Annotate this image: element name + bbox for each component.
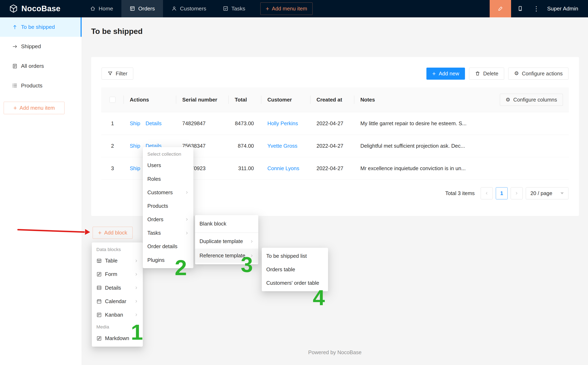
page-number-button[interactable]: 1 [496, 187, 508, 199]
filter-button[interactable]: Filter [101, 68, 133, 80]
menu-item-label: Customers' order table [266, 280, 319, 286]
menu-item-label: Table [105, 258, 117, 264]
pagination: Total 3 items 1 20 / page [445, 187, 568, 199]
add-menu-item-button[interactable]: + Add menu item [260, 2, 313, 15]
toolbar-right: + Add new Delete ⚙ Configure actions [426, 68, 568, 80]
customer-link[interactable]: Yvette Gross [267, 143, 297, 149]
calendar-icon [96, 299, 102, 304]
customer-link[interactable]: Holly Perkins [267, 120, 298, 126]
gear-icon: ⚙ [506, 97, 510, 103]
menu-item-label: Details [105, 285, 121, 291]
menu-item-label: Orders table [266, 267, 295, 273]
menu-item-label: Markdown [105, 335, 129, 341]
menu-item-orders[interactable]: Orders [143, 213, 193, 226]
more-menu-icon[interactable]: ⋮ [529, 0, 543, 17]
sidebar-item-products[interactable]: Products [0, 76, 82, 95]
menu-item-tasks[interactable]: Tasks [143, 226, 193, 240]
sidebar-item-to-be-shipped[interactable]: To be shipped [0, 17, 82, 37]
annotation-step-3: 3 [241, 254, 253, 275]
tasks-icon [223, 6, 229, 11]
user-menu[interactable]: Super Admin [543, 6, 588, 12]
menu-item-duplicate-template[interactable]: Duplicate template [195, 234, 258, 249]
menu-item-kanban[interactable]: Kanban [92, 308, 143, 322]
total-cell: 874.00 [229, 143, 261, 149]
annotation-step-2: 2 [175, 257, 187, 279]
configure-columns-button[interactable]: ⚙ Configure columns [500, 94, 563, 106]
total-cell: 311.00 [229, 165, 261, 171]
ship-link[interactable]: Ship [130, 165, 140, 171]
select-collection-menu: Select collection Users Roles Customers … [143, 147, 193, 268]
menu-item-to-be-shipped-list[interactable]: To be shipped list [262, 249, 328, 263]
actions-cell: Ship Details [124, 120, 176, 126]
delete-button[interactable]: Delete [469, 68, 504, 80]
markdown-icon [96, 336, 102, 341]
menu-item-orders-table[interactable]: Orders table [262, 263, 328, 276]
page-size-value: 20 / page [530, 190, 552, 196]
nav-item-label: Customers [180, 6, 206, 12]
menu-item-users[interactable]: Users [143, 159, 193, 172]
menu-item-label: Calendar [105, 298, 126, 304]
details-link[interactable]: Details [145, 120, 162, 126]
nav-item-label: Home [99, 6, 113, 12]
menu-item-roles[interactable]: Roles [143, 172, 193, 186]
select-all-cell [101, 97, 124, 103]
menu-item-label: Roles [147, 176, 161, 182]
menu-item-calendar[interactable]: Calendar [92, 295, 143, 308]
customer-cell: Yvette Gross [261, 143, 311, 149]
add-block-button[interactable]: + Add block [93, 227, 133, 239]
configure-actions-button[interactable]: ⚙ Configure actions [508, 68, 568, 80]
ship-link[interactable]: Ship [130, 143, 140, 149]
sidebar-item-shipped[interactable]: Shipped [0, 37, 82, 56]
created-cell: 2022-04-27 [311, 165, 354, 171]
menu-item-table[interactable]: Table [92, 254, 143, 267]
details-icon [96, 285, 102, 291]
nav-item-tasks[interactable]: Tasks [214, 0, 253, 17]
pagination-total: Total 3 items [445, 190, 474, 196]
sidebar-item-all-orders[interactable]: All orders [0, 56, 82, 76]
menu-item-label: Users [147, 162, 161, 168]
sidebar-add-menu-item-button[interactable]: + Add menu item [4, 102, 64, 114]
arrow-right-icon [12, 44, 18, 49]
menu-item-label: To be shipped list [266, 253, 307, 259]
chevron-right-icon [185, 217, 189, 221]
sidebar-add-menu-item-label: Add menu item [20, 105, 55, 111]
top-menu: Home Orders Customers Tasks [82, 0, 490, 17]
ship-link[interactable]: Ship [130, 120, 140, 126]
nav-item-label: Tasks [231, 6, 245, 12]
arrow-head [85, 229, 90, 235]
nav-item-customers[interactable]: Customers [163, 0, 214, 17]
gear-icon: ⚙ [514, 71, 519, 76]
logo-text: NocoBase [21, 4, 61, 13]
mobile-preview-icon[interactable] [511, 0, 529, 17]
sidebar-item-label: All orders [21, 63, 44, 69]
chevron-right-icon [250, 239, 254, 244]
menu-item-products[interactable]: Products [143, 199, 193, 213]
menu-item-customers[interactable]: Customers [143, 186, 193, 199]
menu-item-details[interactable]: Details [92, 281, 143, 295]
add-new-button[interactable]: + Add new [426, 68, 465, 80]
select-all-checkbox[interactable] [109, 97, 115, 103]
ui-editor-button[interactable] [490, 0, 511, 17]
row-index: 3 [101, 165, 124, 171]
menu-item-label: Products [147, 203, 168, 209]
logo[interactable]: NocoBase [0, 4, 82, 13]
page-title: To be shipped [91, 27, 143, 36]
nav-item-home[interactable]: Home [82, 0, 122, 17]
customer-link[interactable]: Connie Lyons [267, 165, 299, 171]
nav-item-orders[interactable]: Orders [122, 0, 163, 17]
add-new-label: Add new [439, 71, 459, 77]
sidebar-item-label: Products [21, 83, 42, 89]
next-page-button[interactable] [511, 187, 523, 199]
sidebar: To be shipped Shipped All orders Product… [0, 17, 82, 365]
pen-icon [498, 6, 503, 11]
menu-item-order-details[interactable]: Order details [143, 240, 193, 253]
menu-item-blank-block[interactable]: Blank block [195, 217, 258, 231]
page-size-select[interactable]: 20 / page [526, 187, 569, 199]
menu-item-form[interactable]: Form [92, 267, 143, 281]
filter-icon [108, 71, 113, 76]
menu-group-label: Select collection [143, 149, 193, 159]
prev-page-button[interactable] [481, 187, 493, 199]
serial-cell: 74829847 [176, 120, 229, 126]
row-index: 1 [101, 120, 124, 126]
navbar-right: ⋮ Super Admin [490, 0, 588, 17]
